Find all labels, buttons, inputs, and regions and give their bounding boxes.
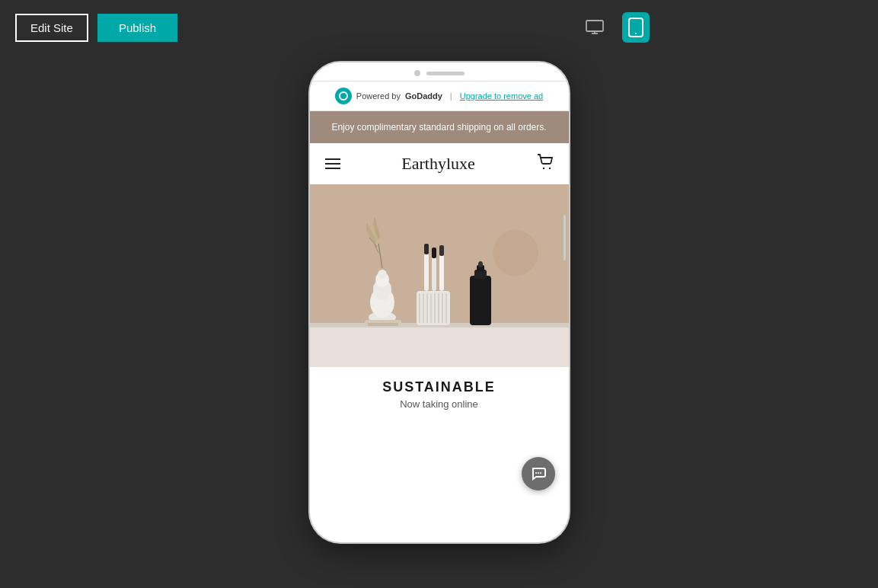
svg-point-41 [535, 472, 537, 474]
upgrade-link[interactable]: Upgrade to remove ad [460, 91, 543, 101]
cart-icon [537, 154, 554, 171]
desktop-view-button[interactable] [579, 12, 610, 43]
svg-rect-21 [419, 293, 420, 323]
phone-preview-container: Powered by GoDaddy | Upgrade to remove a… [0, 55, 878, 542]
shipping-banner-text: Enjoy complimentary standard shipping on… [331, 122, 546, 133]
godaddy-divider: | [450, 91, 452, 101]
hamburger-line-2 [325, 163, 340, 165]
phone-top-bar [310, 62, 569, 81]
svg-point-42 [538, 472, 539, 474]
site-header: Earthyluxe [310, 143, 569, 184]
shipping-banner: Enjoy complimentary standard shipping on… [310, 111, 569, 143]
desktop-icon [584, 17, 605, 38]
svg-rect-26 [438, 293, 439, 323]
godaddy-bar: Powered by GoDaddy | Upgrade to remove a… [310, 81, 569, 111]
svg-rect-32 [432, 248, 436, 258]
hamburger-menu-button[interactable] [325, 158, 340, 169]
svg-rect-23 [426, 293, 428, 323]
cart-button[interactable] [537, 154, 554, 174]
view-toggle [579, 12, 650, 43]
mobile-icon [627, 17, 645, 38]
godaddy-brand-text: GoDaddy [405, 91, 442, 101]
svg-point-14 [378, 270, 387, 279]
site-title: Earthyluxe [401, 154, 475, 174]
sustainable-subtitle: Now taking online [325, 398, 554, 410]
publish-button[interactable]: Publish [97, 14, 177, 42]
svg-rect-25 [434, 293, 436, 323]
svg-point-6 [548, 168, 550, 169]
svg-point-40 [500, 238, 531, 268]
edit-site-button[interactable]: Edit Site [15, 14, 88, 42]
svg-rect-35 [470, 276, 491, 325]
svg-rect-0 [586, 21, 603, 31]
hero-image [310, 184, 569, 367]
mobile-view-button[interactable] [622, 12, 650, 43]
svg-rect-20 [417, 291, 450, 325]
godaddy-logo-inner [339, 91, 348, 101]
scroll-indicator [564, 215, 566, 260]
svg-rect-30 [424, 244, 429, 254]
svg-rect-24 [430, 293, 432, 323]
phone-frame: Powered by GoDaddy | Upgrade to remove a… [310, 62, 569, 542]
hero-svg [310, 184, 569, 367]
svg-rect-27 [442, 293, 443, 323]
sustainable-title: SUSTAINABLE [325, 379, 554, 395]
powered-by-text: Powered by [356, 91, 401, 101]
svg-rect-8 [310, 325, 569, 367]
phone-camera [414, 70, 420, 76]
svg-point-4 [635, 33, 637, 34]
svg-rect-19 [368, 323, 398, 326]
hamburger-line-3 [325, 168, 340, 169]
svg-rect-22 [423, 293, 424, 323]
toolbar: Edit Site Publish [0, 0, 878, 55]
svg-rect-28 [445, 293, 447, 323]
sustainable-section: SUSTAINABLE Now taking online [310, 367, 569, 417]
hamburger-line-1 [325, 158, 340, 160]
svg-rect-34 [439, 245, 444, 256]
svg-point-43 [540, 472, 541, 474]
svg-point-5 [542, 168, 544, 169]
chat-icon [530, 465, 547, 482]
phone-speaker [426, 72, 465, 75]
godaddy-logo [335, 88, 352, 104]
chat-bubble-button[interactable] [522, 457, 555, 491]
svg-point-38 [478, 261, 483, 267]
